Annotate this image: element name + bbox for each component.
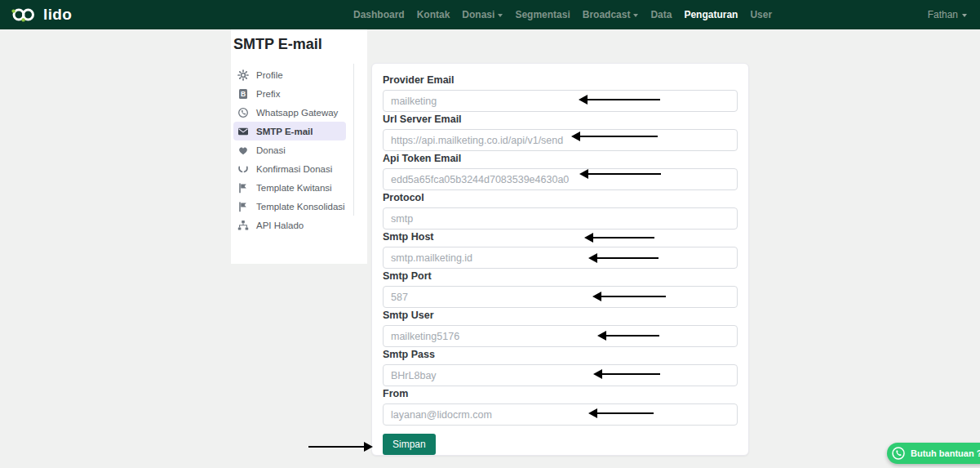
field-label-provider-email: Provider Email (383, 74, 738, 86)
api-token-email-field[interactable] (383, 168, 738, 190)
smtp-user-field[interactable] (383, 325, 738, 347)
sidebar-item-label: Profile (256, 70, 283, 80)
nav-item-segmentasi[interactable]: Segmentasi (515, 9, 570, 20)
nav-item-kontak[interactable]: Kontak (417, 9, 450, 20)
field-label-from: From (383, 388, 738, 399)
sidebar-item-label: Prefix (256, 89, 280, 99)
nav-item-donasi[interactable]: Donasi (462, 9, 503, 20)
sidebar-divider (353, 64, 354, 216)
prefix-icon: B (237, 88, 249, 100)
url-server-email-field[interactable] (383, 129, 738, 151)
sidebar-item-label: Template Konsolidasi (256, 202, 345, 212)
screen: lido Dashboard Kontak Donasi Segmentasi … (0, 0, 980, 468)
settings-sidebar: Profile B Prefix Whatsapp Gateway SMTP E… (233, 65, 346, 234)
main-nav: Dashboard Kontak Donasi Segmentasi Broad… (353, 0, 772, 29)
field-label-smtp-host: Smtp Host (383, 231, 738, 243)
sidebar-item-api-halado[interactable]: API Halado (233, 216, 346, 234)
chevron-down-icon (633, 14, 638, 17)
nav-item-pengaturan[interactable]: Pengaturan (684, 9, 738, 20)
nav-item-broadcast[interactable]: Broadcast (583, 9, 639, 20)
smtp-host-field[interactable] (383, 247, 738, 269)
sidebar-item-label: Template Kwitansi (256, 183, 332, 193)
sidebar-item-smtp-email[interactable]: SMTP E-mail (233, 122, 346, 140)
top-navbar: lido Dashboard Kontak Donasi Segmentasi … (0, 0, 980, 29)
field-label-api-token-email: Api Token Email (383, 153, 738, 164)
sidebar-item-label: SMTP E-mail (256, 127, 313, 136)
page-title: SMTP E-mail (233, 36, 322, 53)
sidebar-item-label: Whatsapp Gateway (256, 108, 338, 118)
sidebar-item-prefix[interactable]: B Prefix (233, 84, 346, 103)
whatsapp-icon (891, 446, 906, 461)
user-menu[interactable]: Fathan (928, 0, 967, 29)
sitemap-icon (237, 220, 249, 231)
field-label-smtp-port: Smtp Port (383, 270, 738, 282)
save-button[interactable]: Simpan (383, 434, 436, 455)
nav-item-data[interactable]: Data (650, 9, 672, 20)
from-field[interactable] (383, 403, 738, 426)
field-label-smtp-user: Smtp User (383, 310, 738, 321)
help-button-label: Butuh bantuan ? (911, 448, 980, 458)
whatsapp-icon (237, 107, 249, 118)
sidebar-item-donasi[interactable]: Donasi (233, 140, 346, 159)
smtp-pass-field[interactable] (383, 364, 738, 386)
flag-icon (237, 201, 249, 212)
brand-logo[interactable]: lido (11, 4, 72, 25)
hands-icon (237, 163, 249, 175)
flag-icon (237, 182, 249, 194)
protocol-field[interactable] (383, 207, 738, 230)
heart-icon (237, 145, 249, 156)
smtp-settings-card: Provider Email Url Server Email Api Toke… (371, 63, 749, 456)
smtp-port-field[interactable] (383, 286, 738, 308)
lido-logo-icon (11, 6, 39, 24)
chevron-down-icon (498, 14, 503, 17)
sidebar-item-konfirmasi-donasi[interactable]: Konfirmasi Donasi (233, 159, 346, 178)
sidebar-item-profile[interactable]: Profile (233, 65, 346, 84)
field-label-smtp-pass: Smtp Pass (383, 349, 738, 360)
sidebar-item-label: API Halado (256, 221, 304, 230)
user-menu-label: Fathan (928, 9, 958, 20)
field-label-protocol: Protocol (383, 192, 738, 203)
sidebar-item-label: Konfirmasi Donasi (256, 164, 332, 174)
envelope-icon (237, 126, 249, 137)
chevron-down-icon (962, 14, 967, 17)
brand-name: lido (43, 4, 72, 25)
field-label-url-server-email: Url Server Email (383, 114, 738, 125)
sidebar-item-whatsapp-gateway[interactable]: Whatsapp Gateway (233, 103, 346, 122)
provider-email-field[interactable] (383, 90, 738, 112)
sidebar-item-label: Donasi (256, 145, 286, 155)
nav-item-dashboard[interactable]: Dashboard (353, 9, 405, 20)
sidebar-item-template-konsolidasi[interactable]: Template Konsolidasi (233, 197, 346, 216)
nav-item-user[interactable]: User (750, 9, 772, 20)
gear-icon (237, 69, 249, 81)
sidebar-item-template-kwitansi[interactable]: Template Kwitansi (233, 178, 346, 197)
help-button[interactable]: Butuh bantuan ? (887, 443, 980, 464)
svg-text:B: B (241, 90, 246, 98)
